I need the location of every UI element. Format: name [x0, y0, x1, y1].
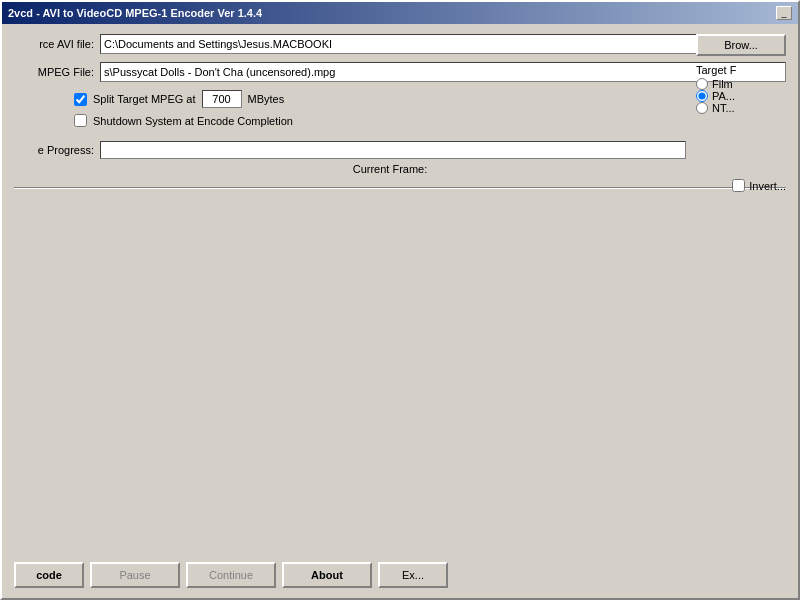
options-section: Split Target MPEG at MBytes Shutdown Sys… — [74, 90, 786, 127]
main-window: 2vcd - AVI to VideoCD MPEG-1 Encoder Ver… — [0, 0, 800, 600]
invert-label: Invert... — [749, 180, 786, 192]
shutdown-label: Shutdown System at Encode Completion — [93, 115, 293, 127]
split-checkbox[interactable] — [74, 93, 87, 106]
source-input[interactable] — [100, 34, 786, 54]
invert-checkbox[interactable] — [732, 179, 745, 192]
source-label: rce AVI file: — [14, 38, 94, 50]
title-bar: 2vcd - AVI to VideoCD MPEG-1 Encoder Ver… — [2, 2, 798, 24]
mpeg-input[interactable] — [100, 62, 786, 82]
shutdown-checkbox[interactable] — [74, 114, 87, 127]
source-file-row: rce AVI file: — [14, 34, 786, 54]
radio-ntsc-row: NT... — [696, 102, 786, 114]
pause-button[interactable]: Pause — [90, 562, 180, 588]
radio-ntsc[interactable] — [696, 102, 708, 114]
progress-section: e Progress: Current Frame: — [14, 141, 786, 175]
browse-button[interactable]: Brow... — [696, 34, 786, 56]
target-format-group: Target F Film PA... NT... — [696, 64, 786, 114]
mpeg-file-row: MPEG File: — [14, 62, 786, 82]
separator — [14, 187, 786, 189]
current-frame-label: Current Frame: — [353, 163, 428, 175]
radio-pal-label: PA... — [712, 90, 735, 102]
split-unit: MBytes — [248, 93, 285, 105]
window-title: 2vcd - AVI to VideoCD MPEG-1 Encoder Ver… — [8, 7, 262, 19]
current-frame-row: Current Frame: — [14, 163, 686, 175]
radio-ntsc-label: NT... — [712, 102, 735, 114]
encode-button[interactable]: code — [14, 562, 84, 588]
about-button[interactable]: About — [282, 562, 372, 588]
exit-button[interactable]: Ex... — [378, 562, 448, 588]
button-row: code Pause Continue About Ex... — [14, 554, 786, 588]
split-row: Split Target MPEG at MBytes — [74, 90, 786, 108]
right-panel: Brow... Target F Film PA... NT... — [696, 34, 786, 114]
radio-film-label: Film — [712, 78, 733, 90]
split-value-input[interactable] — [202, 90, 242, 108]
radio-pal[interactable] — [696, 90, 708, 102]
progress-row: e Progress: — [14, 141, 786, 159]
progress-bar — [100, 141, 686, 159]
shutdown-row: Shutdown System at Encode Completion — [74, 114, 786, 127]
split-label: Split Target MPEG at — [93, 93, 196, 105]
continue-button[interactable]: Continue — [186, 562, 276, 588]
window-body: rce AVI file: MPEG File: Brow... Target … — [2, 24, 798, 598]
minimize-button[interactable]: _ — [776, 6, 792, 20]
progress-label: e Progress: — [14, 144, 94, 156]
radio-film[interactable] — [696, 78, 708, 90]
title-bar-controls: _ — [776, 6, 792, 20]
radio-film-row: Film — [696, 78, 786, 90]
target-format-label: Target F — [696, 64, 786, 76]
invert-row: Invert... — [732, 179, 786, 192]
mpeg-label: MPEG File: — [14, 66, 94, 78]
radio-pal-row: PA... — [696, 90, 786, 102]
